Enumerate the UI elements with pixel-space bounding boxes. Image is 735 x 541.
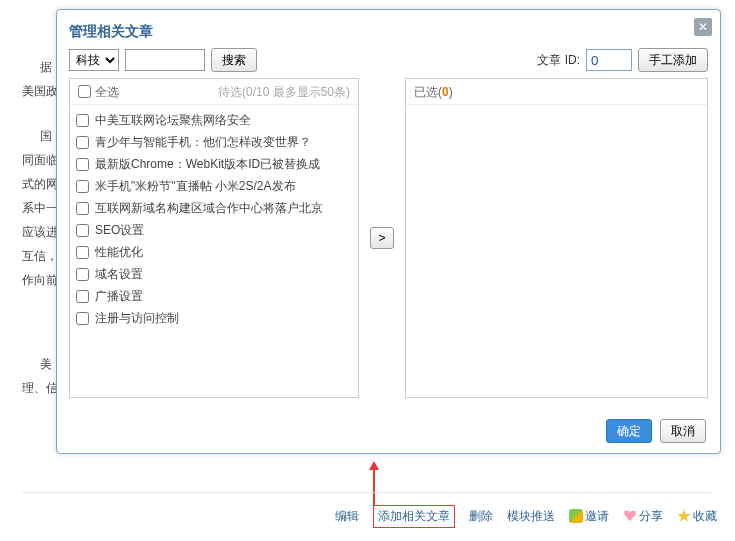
bg-text: 互信，: [22, 244, 58, 268]
star-icon: [677, 509, 691, 523]
item-label: 域名设置: [95, 266, 143, 283]
dialog-title: 管理相关文章: [69, 23, 153, 39]
select-all-checkbox[interactable]: [78, 85, 91, 98]
manual-add-button[interactable]: 手工添加: [638, 48, 708, 72]
cancel-button[interactable]: 取消: [660, 419, 706, 443]
candidates-panel: 全选 待选(0/10 最多显示50条) 中美互联网论坛聚焦网络安全青少年与智能手…: [69, 78, 359, 398]
bg-text: 作向前: [22, 268, 58, 292]
list-item[interactable]: 注册与访问控制: [76, 307, 352, 329]
module-push-link[interactable]: 模块推送: [507, 508, 555, 525]
bg-text: 同面临: [22, 148, 58, 172]
bg-text: 系中一: [22, 196, 58, 220]
dialog-header: 管理相关文章 ✕: [57, 10, 720, 42]
item-checkbox[interactable]: [76, 290, 89, 303]
article-id-label: 文章 ID:: [537, 52, 580, 69]
list-item[interactable]: 米手机"米粉节"直播帖 小米2S/2A发布: [76, 175, 352, 197]
selected-count: 0: [442, 79, 449, 105]
transfer-column: >: [367, 78, 397, 398]
item-label: 注册与访问控制: [95, 310, 179, 327]
bg-text: 式的网: [22, 172, 58, 196]
item-label: SEO设置: [95, 222, 144, 239]
item-checkbox[interactable]: [76, 136, 89, 149]
item-label: 米手机"米粉节"直播帖 小米2S/2A发布: [95, 178, 296, 195]
invite-link[interactable]: 邀请: [569, 508, 609, 525]
item-checkbox[interactable]: [76, 246, 89, 259]
list-item[interactable]: 最新版Chrome：WebKit版本ID已被替换成: [76, 153, 352, 175]
dialog-body: 全选 待选(0/10 最多显示50条) 中美互联网论坛聚焦网络安全青少年与智能手…: [57, 78, 720, 398]
candidates-header: 全选 待选(0/10 最多显示50条): [70, 79, 358, 105]
item-label: 广播设置: [95, 288, 143, 305]
item-checkbox[interactable]: [76, 180, 89, 193]
move-right-button[interactable]: >: [370, 227, 394, 249]
search-input[interactable]: [125, 49, 205, 71]
add-related-link[interactable]: 添加相关文章: [373, 505, 455, 528]
list-item[interactable]: 青少年与智能手机：他们怎样改变世界？: [76, 131, 352, 153]
item-checkbox[interactable]: [76, 268, 89, 281]
delete-link[interactable]: 删除: [469, 508, 493, 525]
select-all-label: 全选: [95, 79, 119, 105]
item-label: 性能优化: [95, 244, 143, 261]
list-item[interactable]: 域名设置: [76, 263, 352, 285]
selected-list[interactable]: [406, 105, 707, 397]
item-checkbox[interactable]: [76, 312, 89, 325]
selected-header: 已选(0): [406, 79, 707, 105]
item-checkbox[interactable]: [76, 202, 89, 215]
bg-text: 据: [40, 55, 52, 79]
item-label: 青少年与智能手机：他们怎样改变世界？: [95, 134, 311, 151]
annotation-arrow-icon: [373, 463, 375, 505]
article-action-bar: 编辑 添加相关文章 删除 模块推送 邀请 分享 收藏: [0, 505, 735, 528]
invite-icon: [569, 509, 583, 523]
list-item[interactable]: 中美互联网论坛聚焦网络安全: [76, 109, 352, 131]
selected-suffix: ): [449, 79, 453, 105]
category-select[interactable]: 科技: [69, 49, 119, 71]
list-item[interactable]: SEO设置: [76, 219, 352, 241]
dialog-footer: 确定 取消: [606, 419, 706, 443]
list-item[interactable]: 广播设置: [76, 285, 352, 307]
related-articles-dialog: 管理相关文章 ✕ 科技 搜索 文章 ID: 手工添加 全选 待选(0/10 最多…: [56, 9, 721, 454]
close-icon[interactable]: ✕: [694, 18, 712, 36]
bg-text: 美: [40, 352, 52, 376]
item-checkbox[interactable]: [76, 224, 89, 237]
dialog-toolbar: 科技 搜索 文章 ID: 手工添加: [57, 42, 720, 78]
item-checkbox[interactable]: [76, 114, 89, 127]
list-item[interactable]: 性能优化: [76, 241, 352, 263]
ok-button[interactable]: 确定: [606, 419, 652, 443]
article-id-input[interactable]: [586, 49, 632, 71]
separator: [22, 492, 712, 493]
selected-panel: 已选(0): [405, 78, 708, 398]
search-button[interactable]: 搜索: [211, 48, 257, 72]
bg-text: 国: [40, 124, 52, 148]
edit-link[interactable]: 编辑: [335, 508, 359, 525]
heart-icon: [623, 509, 637, 523]
favorite-link[interactable]: 收藏: [677, 508, 717, 525]
item-label: 中美互联网论坛聚焦网络安全: [95, 112, 251, 129]
selected-label: 已选(: [414, 79, 442, 105]
item-checkbox[interactable]: [76, 158, 89, 171]
item-label: 最新版Chrome：WebKit版本ID已被替换成: [95, 156, 320, 173]
item-label: 互联网新域名构建区域合作中心将落户北京: [95, 200, 323, 217]
candidates-hint: 待选(0/10 最多显示50条): [119, 79, 350, 105]
bg-text: 美国政: [22, 79, 58, 103]
list-item[interactable]: 互联网新域名构建区域合作中心将落户北京: [76, 197, 352, 219]
share-link[interactable]: 分享: [623, 508, 663, 525]
candidates-list[interactable]: 中美互联网论坛聚焦网络安全青少年与智能手机：他们怎样改变世界？最新版Chrome…: [70, 105, 358, 397]
bg-text: 应该进: [22, 220, 58, 244]
bg-text: 理、信: [22, 376, 58, 400]
